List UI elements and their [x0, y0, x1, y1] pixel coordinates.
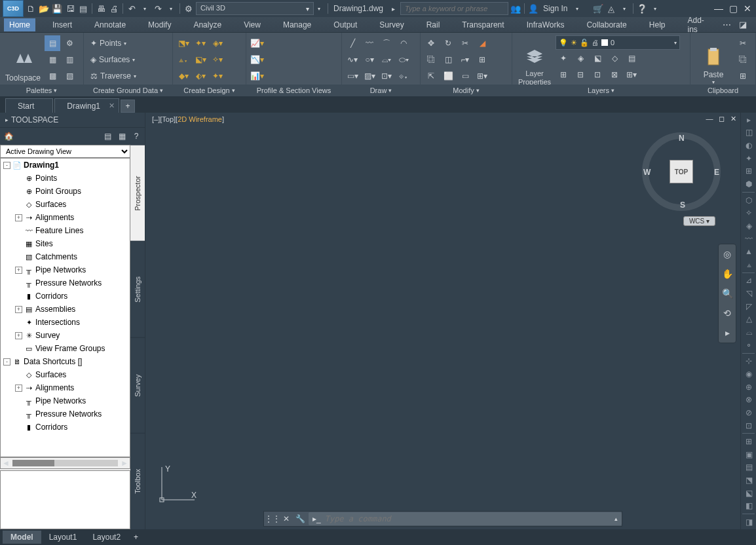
palette-btn-2[interactable]: ⚙	[62, 35, 77, 51]
nav-showmotion-icon[interactable]: ▸	[720, 326, 734, 340]
design-btn-5[interactable]: ⬕▾	[193, 52, 208, 67]
sheet-icon[interactable]: ▤	[77, 3, 89, 14]
design-btn-1[interactable]: ⬔▾	[176, 35, 191, 51]
profile-btn-3[interactable]: 📊▾	[249, 68, 265, 84]
layer-btn-4[interactable]: ◇	[607, 50, 622, 66]
palette-btn-5[interactable]: ▩	[45, 68, 60, 84]
tab-collaborate[interactable]: Collaborate	[581, 18, 632, 31]
nav-pan-icon[interactable]: ✋	[720, 267, 734, 281]
design-btn-2[interactable]: ✦▾	[193, 35, 208, 51]
vtab-prospector[interactable]: Prospector	[130, 145, 145, 241]
ellipse-icon[interactable]: ⬭▾	[396, 52, 411, 67]
saveas-icon[interactable]: 🖫	[64, 3, 76, 14]
design-btn-7[interactable]: ◆▾	[176, 68, 191, 84]
layout-tab-layout1[interactable]: Layout1	[41, 531, 85, 544]
tab-output[interactable]: Output	[328, 18, 362, 31]
minimize-icon[interactable]: —	[713, 3, 725, 14]
right-tool-btn[interactable]: ⊞	[742, 166, 755, 178]
tree-item[interactable]: -🗎Data Shortcuts []	[1, 355, 130, 368]
tab-transparent[interactable]: Transparent	[457, 18, 509, 31]
new-icon[interactable]: 🗋	[25, 3, 37, 14]
right-tool-btn[interactable]: ✦	[742, 153, 755, 164]
arc-dd-icon[interactable]: ⌓▾	[379, 52, 394, 67]
right-tool-btn[interactable]: ▣	[742, 449, 755, 460]
surfaces-dropdown[interactable]: ◈Surfaces▾	[86, 52, 170, 67]
app-exchange-icon[interactable]: ◬	[605, 3, 617, 14]
erase-icon[interactable]: ◢	[474, 35, 490, 51]
tab-annotate[interactable]: Annotate	[89, 18, 131, 31]
tree-item[interactable]: -📄Drawing1	[1, 159, 130, 172]
layer-btn-5[interactable]: ▤	[624, 50, 639, 66]
right-tool-btn[interactable]: ◧	[742, 500, 755, 512]
cut-icon[interactable]: ✂	[735, 35, 751, 51]
tree-item[interactable]: ▧Catchments	[1, 250, 130, 263]
vtab-survey[interactable]: Survey	[130, 337, 145, 434]
nav-wheel-icon[interactable]: ◎	[720, 247, 734, 261]
tree-item[interactable]: +╥Pipe Networks	[1, 263, 130, 276]
arc2-icon[interactable]: ◠	[396, 35, 411, 51]
cmd-history-icon[interactable]: ▴	[614, 516, 618, 522]
tree-item[interactable]: ▭View Frame Groups	[1, 342, 130, 355]
right-tool-btn[interactable]: ◨	[742, 516, 755, 528]
file-tab-start[interactable]: Start	[5, 98, 53, 113]
copy-icon[interactable]: ⿻	[423, 52, 439, 67]
workspace-dropdown-icon[interactable]: ▾	[306, 5, 309, 12]
hatch-icon[interactable]: ▨▾	[362, 68, 377, 84]
vtab-toolbox[interactable]: Toolbox	[130, 433, 145, 529]
tab-manage[interactable]: Manage	[278, 18, 316, 31]
explode-icon[interactable]: ⊞▾	[474, 68, 490, 84]
tree-item[interactable]: ╥Pipe Networks	[1, 394, 130, 407]
right-tool-btn[interactable]: ◫	[742, 127, 755, 139]
vtab-settings[interactable]: Settings	[130, 241, 145, 337]
tree-item[interactable]: +⇢Alignments	[1, 211, 130, 224]
right-tool-btn[interactable]: ◈	[742, 220, 755, 232]
tree-item[interactable]: 〰Feature Lines	[1, 224, 130, 237]
fillet-icon[interactable]: ⌐▾	[457, 52, 473, 67]
profile-btn-1[interactable]: 📈▾	[249, 35, 265, 51]
viewcube[interactable]: TOP NS EW	[642, 132, 721, 211]
layer-selector[interactable]: 💡☀🔓🖨 0▾	[556, 35, 680, 50]
right-tool-btn[interactable]: ◹	[742, 288, 755, 299]
search-icon[interactable]: 👥	[510, 3, 521, 14]
tab-analyze[interactable]: Analyze	[188, 18, 227, 31]
plot-icon[interactable]: 🖶	[95, 3, 107, 14]
right-tool-btn[interactable]: ⊘	[742, 407, 755, 419]
layer-btn-10[interactable]: ⊞▾	[624, 67, 639, 83]
file-tab-add[interactable]: +	[121, 100, 135, 113]
tab-survey[interactable]: Survey	[374, 18, 409, 31]
tab-view[interactable]: View	[238, 18, 266, 31]
ts-help-icon[interactable]: ?	[130, 130, 142, 142]
close-icon[interactable]: ✕	[742, 3, 753, 14]
viewport-label[interactable]: [–][Top][2D Wireframe]	[152, 115, 224, 123]
ribbon-min-icon[interactable]: ▾	[753, 19, 756, 31]
redo-dropdown-icon[interactable]: ▾	[165, 3, 177, 14]
cart-icon[interactable]: 🛒	[592, 3, 604, 14]
stretch-icon[interactable]: ⇱	[423, 68, 439, 84]
ts-icon-1[interactable]: ▤	[102, 130, 113, 142]
right-tool-btn[interactable]: △	[742, 314, 755, 326]
tree-expand-icon[interactable]: +	[15, 267, 22, 274]
tab-help[interactable]: Help	[644, 18, 671, 31]
traverse-dropdown[interactable]: ⚖Traverse▾	[86, 68, 170, 84]
match-icon[interactable]: ⊞	[735, 68, 751, 84]
print-icon[interactable]: 🖨	[108, 3, 120, 14]
tab-close-icon[interactable]: ✕	[109, 102, 115, 110]
layout-tab-model[interactable]: Model	[3, 531, 41, 544]
tree-expand-icon[interactable]: +	[15, 214, 22, 221]
layout-tab-layout2[interactable]: Layout2	[85, 531, 128, 544]
toolspace-tree[interactable]: -📄Drawing1⊕Points⊕Point Groups◇Surfaces+…	[0, 158, 130, 457]
nav-orbit-icon[interactable]: ⟲	[720, 306, 734, 320]
layer-btn-7[interactable]: ⊟	[573, 67, 588, 83]
right-tool-btn[interactable]: ◐	[742, 140, 755, 151]
tree-item[interactable]: ◇Surfaces	[1, 368, 130, 381]
right-tool-btn[interactable]: ⌓	[742, 326, 755, 338]
right-tool-btn[interactable]: ⟁	[742, 259, 755, 271]
drawing-canvas[interactable]: [–][Top][2D Wireframe] — ◻ ✕ TOP NS EW W…	[145, 113, 740, 529]
points-dropdown[interactable]: ✦Points▾	[86, 35, 170, 51]
signin-label[interactable]: Sign In	[540, 4, 570, 13]
tree-hscroll[interactable]: ◄►	[0, 457, 130, 469]
line-icon[interactable]: ╱	[345, 35, 360, 51]
offset-icon[interactable]: ▭	[457, 68, 473, 84]
right-tool-btn[interactable]: ▤	[742, 462, 755, 474]
tree-item[interactable]: +▤Assemblies	[1, 303, 130, 316]
